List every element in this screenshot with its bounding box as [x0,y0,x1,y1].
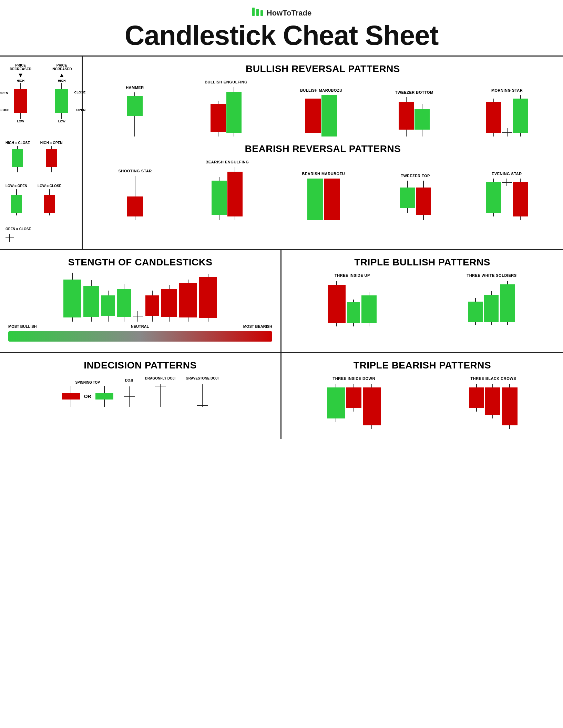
low-label-red: LOW [17,120,24,123]
strength-chart [8,273,272,322]
price-increased-label: PRICE INCREASED [47,63,76,71]
triple-bearish-grid: THREE INSIDE DOWN [290,376,555,429]
shooting-star-label: SHOOTING STAR [118,169,152,173]
three-black-crows: THREE BLACK CROWS [469,376,518,429]
lec-wick-top [49,189,50,195]
heo-wick-top [51,146,52,149]
triple-bearish-title: TRIPLE BEARISH PATTERNS [290,360,555,371]
sc8 [199,274,217,322]
high-eq-legend: HIGH = CLOSE HIGH = OPEN [6,141,76,172]
arrow-up-icon: ▲ [59,72,65,79]
ms-red [486,99,501,136]
tb-green [414,104,430,136]
candle-green-diagram: HIGH CLOSE OPEN LOW [55,79,68,123]
sc3 [101,291,115,322]
bmz-red [324,179,340,220]
legend-main-candles: PRICE DECREASED ▼ HIGH OPEN CLOSE [6,63,76,125]
tws-3 [500,281,515,325]
strength-labels: MOST BULLISH NEUTRAL MOST BEARISH [8,324,272,328]
bearish-marubozu-candles [307,179,340,220]
ss-candle [127,176,143,220]
tbc-2 [485,384,500,418]
dragonfly-candle [155,384,166,407]
bearish-engulfing-label: BEARISH ENGULFING [205,160,249,164]
open-label-green: OPEN [76,108,85,112]
bearish-pattern-grid: SHOOTING STAR BEARISH ENGULFING [93,160,553,220]
leo-wick-top [16,189,17,195]
sc7 [179,280,197,322]
tiu-2 [347,300,360,326]
leo-body [11,195,22,213]
tbc-1 [469,384,484,412]
bullish-marubozu-candles [305,95,337,136]
svg-rect-2 [260,10,263,16]
tt-green [400,181,415,213]
wick-bottom-green [61,113,62,119]
doji-legend [6,234,14,242]
be-green-candle [226,87,242,136]
neutral-cross [133,311,143,322]
doji-cross-main [124,386,135,407]
close-label-red: CLOSE [0,108,9,112]
gradient-bar [8,331,272,342]
open-eq-close-label: OPEN = CLOSE [6,227,31,231]
heo-candle [46,146,57,172]
tid-1 [327,384,345,422]
gravestone-candle [197,384,208,407]
pattern-evening-star: EVENING STAR [486,172,528,220]
sc4 [117,284,131,322]
main-title: Candlestick Cheat Sheet [0,22,563,53]
most-bullish-label: MOST BULLISH [8,324,37,328]
pattern-bearish-marubozu: BEARISH MARUBOZU [302,172,345,220]
es-doji [502,179,512,186]
triple-bullish-grid: THREE INSIDE UP [290,273,555,326]
sc5 [145,291,159,322]
logo-text: HowToTrade [267,9,311,18]
tweezer-top-candles [400,181,431,220]
st-green [95,386,113,407]
triple-bearish-section: TRIPLE BEARISH PATTERNS THREE INSIDE DOW… [282,353,563,439]
es-green [486,179,501,216]
leo-candle [11,189,22,215]
tt-red [416,181,431,220]
morning-star-candles [486,95,528,136]
ms-green [513,95,528,136]
pattern-tweezer-top: TWEEZER TOP [398,174,433,220]
tbc-3 [502,384,518,429]
leo-wick-bot [16,213,17,215]
tws-2 [484,291,499,325]
indecision-title: INDECISION PATTERNS [8,360,272,371]
hec-candle [12,146,23,172]
tiu-candles [328,281,377,326]
candle-red-diagram: HIGH OPEN CLOSE LOW [14,79,27,123]
low-eq-legend: LOW = OPEN LOW = CLOSE [6,184,76,215]
tiu-3 [361,292,377,326]
logo-icon [252,6,264,20]
lec-candle [44,189,55,215]
bearish-marubozu-label: BEARISH MARUBOZU [302,172,345,176]
tws-label: THREE WHITE SOLDIERS [467,273,516,277]
shooting-star-candles [127,176,143,220]
gravestone-label: GRAVESTONE DOJI [186,376,218,380]
low-label-green: LOW [58,120,65,123]
hammer-label: HAMMER [126,85,144,90]
beng-red [227,167,243,220]
hec-body [12,149,23,167]
high-label-red: HIGH [17,79,24,82]
or-label: OR [84,394,91,399]
arrow-down-icon: ▼ [18,72,24,79]
hec-wick-bot [17,167,18,172]
morning-star-label: MORNING STAR [491,88,523,92]
high-eq-close-label: HIGH = CLOSE [6,141,30,145]
hammer-candles [127,92,143,136]
candle-body-red: OPEN CLOSE [14,89,27,113]
pattern-morning-star: MORNING STAR [486,88,528,136]
bullish-engulfing-candles [211,87,242,136]
es-red [513,179,528,220]
high-eq-open-label: HIGH = OPEN [40,141,63,145]
sc2 [83,280,99,322]
pattern-hammer: HAMMER [117,85,152,136]
most-bearish-label: MOST BEARISH [243,324,272,328]
high-eq-open-group: HIGH = OPEN [40,141,63,172]
tws-candles [468,281,515,325]
